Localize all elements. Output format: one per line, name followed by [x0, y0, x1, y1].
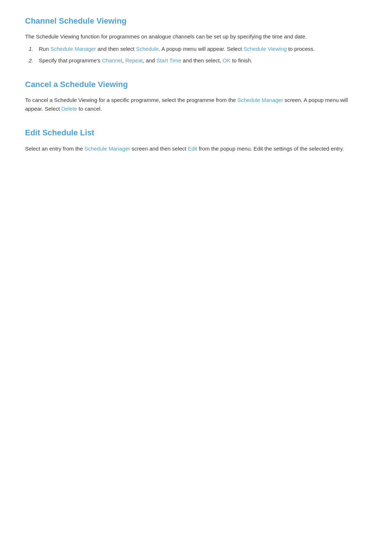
step2-text1: Specify that programme's: [39, 57, 102, 63]
section-body-cancel: To cancel a Schedule Viewing for a speci…: [25, 96, 367, 113]
section-cancel-schedule-viewing: Cancel a Schedule Viewing To cancel a Sc…: [25, 78, 367, 113]
step2-link-ok[interactable]: OK: [223, 57, 231, 63]
step2-text5: to finish.: [230, 57, 252, 63]
step1-text1: Run: [39, 46, 50, 52]
step-text-1: Run Schedule Manager and then select Sch…: [39, 45, 367, 53]
section-body-edit: Select an entry from the Schedule Manage…: [25, 144, 367, 153]
step2-text2: ,: [122, 57, 125, 63]
edit-text2: screen and then select: [130, 145, 188, 152]
section-edit-schedule-list: Edit Schedule List Select an entry from …: [25, 126, 367, 153]
cancel-link-schedule-manager[interactable]: Schedule Manager: [237, 97, 283, 103]
step-item-2: 2. Specify that programme's Channel, Rep…: [25, 56, 367, 65]
step-text-2: Specify that programme's Channel, Repeat…: [39, 56, 367, 65]
cancel-text3: to cancel.: [77, 106, 102, 112]
step1-link-schedule-manager[interactable]: Schedule Manager: [50, 46, 96, 52]
page-content: Channel Schedule Viewing The Schedule Vi…: [25, 15, 367, 153]
step2-link-start-time[interactable]: Start Time: [156, 57, 181, 63]
section-title-edit-schedule-list: Edit Schedule List: [25, 126, 367, 139]
step1-link-schedule[interactable]: Schedule: [136, 46, 159, 52]
edit-link-edit[interactable]: Edit: [188, 145, 197, 152]
step2-text4: and then select,: [181, 57, 222, 63]
cancel-text1: To cancel a Schedule Viewing for a speci…: [25, 97, 237, 103]
step1-text2: and then select: [96, 46, 136, 52]
edit-text1: Select an entry from the: [25, 145, 84, 152]
step-number-1: 1.: [29, 45, 39, 53]
step-number-2: 2.: [29, 56, 39, 65]
section-intro-channel-schedule-viewing: The Schedule Viewing function for progra…: [25, 32, 367, 41]
section-title-cancel-schedule-viewing: Cancel a Schedule Viewing: [25, 78, 367, 91]
step2-link-repeat[interactable]: Repeat: [125, 57, 143, 63]
edit-link-schedule-manager[interactable]: Schedule Manager: [84, 145, 130, 152]
step2-text3: , and: [143, 57, 156, 63]
steps-list-channel: 1. Run Schedule Manager and then select …: [25, 45, 367, 65]
step2-link-channel[interactable]: Channel: [102, 57, 122, 63]
step-item-1: 1. Run Schedule Manager and then select …: [25, 45, 367, 53]
step1-text3: . A popup menu will appear. Select: [159, 46, 244, 52]
section-channel-schedule-viewing: Channel Schedule Viewing The Schedule Vi…: [25, 15, 367, 65]
cancel-link-delete[interactable]: Delete: [61, 106, 77, 112]
section-title-channel-schedule-viewing: Channel Schedule Viewing: [25, 15, 367, 27]
step1-link-schedule-viewing[interactable]: Schedule Viewing: [244, 46, 287, 52]
edit-text3: from the popup menu. Edit the settings o…: [197, 145, 344, 152]
step1-text4: to process.: [287, 46, 315, 52]
